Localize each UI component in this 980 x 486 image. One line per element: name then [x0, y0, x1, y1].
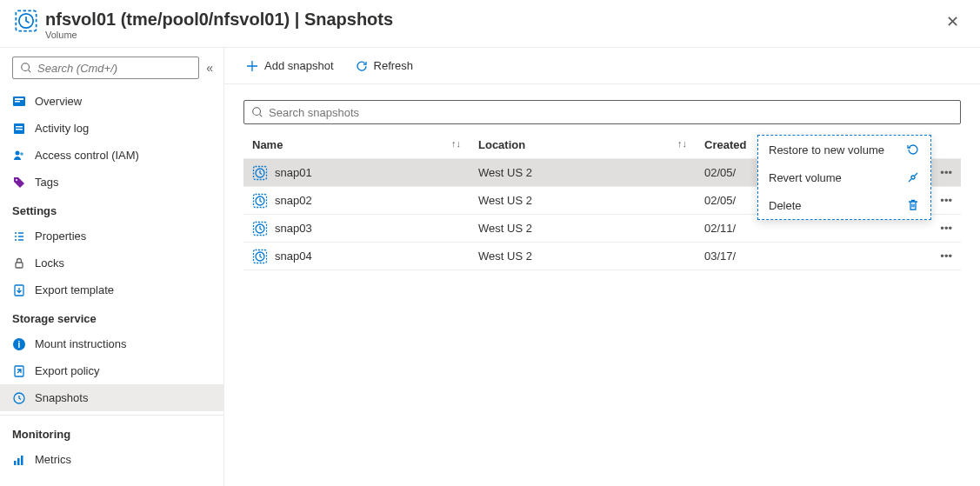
snapshot-name: snap02 — [275, 194, 312, 207]
snapshot-created: 03/17/ — [696, 243, 931, 270]
toolbar-label: Refresh — [374, 59, 414, 72]
svg-point-10 — [20, 152, 23, 156]
refresh-button[interactable]: Refresh — [351, 56, 417, 77]
svg-point-11 — [16, 179, 17, 181]
row-actions-button[interactable]: ••• — [931, 159, 961, 187]
snapshot-icon — [252, 249, 268, 264]
add-snapshot-button[interactable]: Add snapshot — [242, 56, 337, 77]
column-header-name[interactable]: Name ↑↓ — [243, 131, 470, 159]
export-policy-icon — [12, 364, 26, 378]
snapshot-location: West US 2 — [470, 159, 696, 187]
row-actions-button[interactable]: ••• — [931, 243, 961, 270]
sidebar-item-export-policy[interactable]: Export policy — [0, 357, 223, 384]
search-icon — [20, 62, 32, 74]
snapshot-location: West US 2 — [470, 243, 696, 270]
sidebar-item-mount[interactable]: i Mount instructions — [0, 330, 223, 357]
sort-icon: ↑↓ — [677, 138, 687, 149]
sidebar-item-label: Access control (IAM) — [35, 149, 139, 162]
sidebar-item-label: Overview — [35, 95, 82, 108]
svg-rect-5 — [15, 101, 20, 103]
svg-point-21 — [253, 108, 261, 116]
page-subtitle: Volume — [45, 30, 939, 40]
context-menu: Restore to new volume Revert volume Dele… — [757, 135, 931, 220]
context-label: Delete — [769, 199, 802, 212]
sidebar-search[interactable] — [12, 57, 199, 79]
snapshot-name: snap01 — [275, 166, 312, 179]
svg-rect-4 — [15, 98, 23, 100]
access-control-icon — [12, 149, 26, 163]
table-row[interactable]: snap04West US 203/17/••• — [243, 243, 961, 270]
sidebar-item-label: Export policy — [35, 364, 99, 377]
svg-rect-12 — [16, 263, 23, 268]
metrics-icon — [12, 453, 26, 467]
sidebar-item-locks[interactable]: Locks — [0, 250, 223, 276]
sidebar-search-input[interactable] — [37, 62, 191, 75]
svg-rect-8 — [16, 129, 23, 130]
properties-icon — [12, 230, 26, 243]
svg-rect-20 — [21, 456, 23, 465]
sidebar-item-label: Activity log — [35, 122, 89, 135]
sidebar-item-overview[interactable]: Overview — [0, 88, 223, 115]
collapse-sidebar-button[interactable]: « — [206, 61, 213, 75]
sidebar-item-properties[interactable]: Properties — [0, 223, 223, 250]
sidebar-item-access-control[interactable]: Access control (IAM) — [0, 142, 223, 169]
svg-text:i: i — [18, 340, 21, 350]
context-label: Restore to new volume — [769, 143, 884, 156]
snapshot-icon — [252, 193, 268, 209]
snapshot-icon — [12, 391, 26, 405]
sidebar-item-label: Metrics — [35, 453, 71, 466]
info-icon: i — [12, 337, 26, 351]
sidebar-item-label: Locks — [35, 256, 64, 270]
main-content: Add snapshot Refresh Nam — [224, 48, 980, 486]
close-button[interactable]: ✕ — [939, 9, 966, 35]
sidebar-item-label: Mount instructions — [35, 337, 127, 350]
toolbar: Add snapshot Refresh — [224, 48, 980, 84]
row-actions-button[interactable]: ••• — [931, 187, 961, 215]
snapshot-name: snap04 — [275, 250, 312, 263]
svg-rect-18 — [14, 461, 17, 465]
snapshot-search-input[interactable] — [269, 106, 953, 119]
column-header-actions — [931, 131, 961, 159]
sidebar-section-settings: Settings — [0, 196, 223, 223]
sidebar-item-label: Snapshots — [35, 391, 88, 404]
revert-icon — [906, 170, 920, 184]
snapshot-icon — [252, 221, 268, 236]
context-label: Revert volume — [769, 171, 842, 184]
snapshot-name: snap03 — [275, 222, 312, 235]
tags-icon — [12, 176, 26, 190]
svg-rect-7 — [16, 126, 23, 128]
refresh-icon — [355, 59, 369, 73]
restore-icon — [906, 143, 920, 156]
clock-icon — [14, 9, 38, 33]
sidebar-item-snapshots[interactable]: Snapshots — [0, 384, 223, 411]
page-title: nfsvol01 (tme/pool0/nfsvol01) | Snapshot… — [45, 9, 939, 30]
snapshot-location: West US 2 — [470, 187, 696, 215]
context-revert[interactable]: Revert volume — [758, 163, 930, 191]
sidebar-item-tags[interactable]: Tags — [0, 169, 223, 196]
sidebar-section-storage: Storage service — [0, 303, 223, 330]
svg-point-9 — [16, 150, 20, 155]
plus-icon — [245, 59, 259, 73]
sidebar-item-label: Tags — [35, 176, 58, 189]
sidebar-item-label: Export template — [35, 283, 114, 296]
svg-rect-19 — [17, 458, 20, 465]
page-header: nfsvol01 (tme/pool0/nfsvol01) | Snapshot… — [0, 0, 980, 48]
sidebar-item-activity-log[interactable]: Activity log — [0, 115, 223, 142]
svg-point-30 — [911, 176, 915, 179]
export-template-icon — [12, 283, 26, 297]
sort-icon: ↑↓ — [451, 138, 461, 149]
snapshot-search[interactable] — [243, 100, 961, 124]
sidebar: « Overview Activity log Access control (… — [0, 48, 224, 486]
overview-icon — [12, 95, 26, 109]
toolbar-label: Add snapshot — [264, 59, 334, 72]
divider — [0, 415, 223, 416]
activity-log-icon — [12, 122, 26, 136]
snapshot-icon — [252, 165, 268, 181]
context-restore[interactable]: Restore to new volume — [758, 136, 930, 163]
row-actions-button[interactable]: ••• — [931, 215, 961, 243]
sidebar-item-export-template[interactable]: Export template — [0, 276, 223, 303]
context-delete[interactable]: Delete — [758, 191, 930, 219]
sidebar-item-metrics[interactable]: Metrics — [0, 446, 223, 473]
column-header-location[interactable]: Location ↑↓ — [470, 131, 696, 159]
trash-icon — [906, 198, 920, 212]
